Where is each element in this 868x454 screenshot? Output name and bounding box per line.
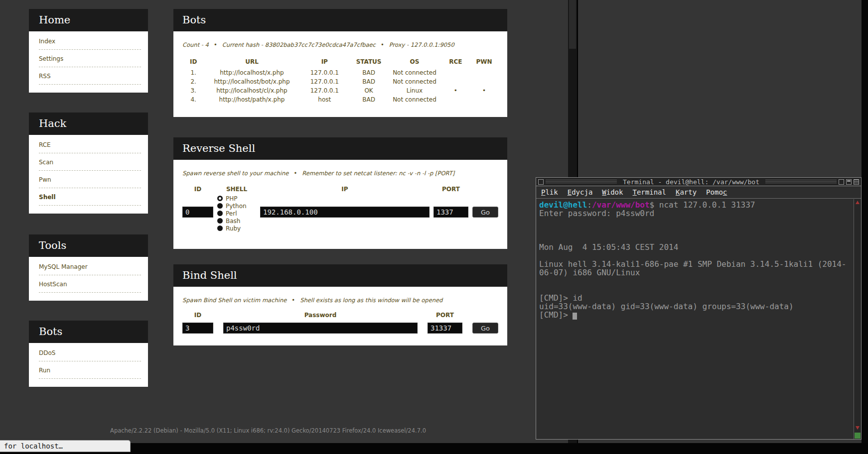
sidebar-item-ddos[interactable]: DDoS [39,344,141,361]
terminal-prompt-line: devil@hell:/var/www/bot$ ncat 127.0.0.1 … [539,201,851,209]
cell-url: http://localhost/x.php [204,68,299,77]
window-menu-button[interactable] [538,179,544,185]
cell-pwn [470,95,498,104]
scroll-down-arrow[interactable] [856,426,860,430]
sidebar-item-rce[interactable]: RCE [39,136,141,153]
terminal-line: uid=33(www-data) gid=33(www-data) groups… [539,302,851,311]
terminal-line: Mon Aug 4 15:05:43 CEST 2014 [539,243,851,251]
sidebar-item-shell[interactable]: Shell [39,188,141,206]
terminal-output: devil@hell:/var/www/bot$ ncat 127.0.0.1 … [536,199,853,439]
sidebar-item-settings[interactable]: Settings [39,50,141,67]
bind-shell-form: ID Password PORT Go [182,312,498,334]
reverse-id-input[interactable] [182,207,213,218]
radio-label-php: PHP [226,195,238,202]
radio-label-ruby: Ruby [226,225,241,232]
cell-os: Not connected [388,77,441,86]
bullet-separator: • [293,170,297,177]
titlebar-ridges [546,180,617,184]
menu-karty[interactable]: Karty [676,188,697,196]
table-row: 2. http://localhost/bot/x.php 127.0.0.1 … [182,77,498,86]
sidebar-item-rss[interactable]: RSS [39,67,141,85]
close-button[interactable] [854,179,859,185]
terminal-titlebar[interactable]: Terminal - devil@hell: /var/www/bot [536,178,861,186]
reverse-port-input[interactable] [434,207,468,218]
shell-type-radio-group: PHP Python Perl Bash Ruby [217,195,256,232]
bots-proxy: Proxy - 127.0.0.1:9050 [389,41,454,48]
radio-option-ruby[interactable]: Ruby [217,225,256,232]
bind-password-input[interactable] [223,323,418,334]
cell-pwn: • [470,86,498,95]
reverse-id-label: ID [182,186,213,194]
bind-shell-go-button[interactable]: Go [472,323,498,334]
table-row: 1. http://localhost/x.php 127.0.0.1 BAD … [182,68,498,77]
maximize-button[interactable] [846,179,852,185]
prompt-command: $ ncat 127.0.0.1 31337 [650,200,755,210]
bots-info-line: Count - 4•Current hash - 83802bab37cc7c7… [182,41,498,48]
bots-current-hash: Current hash - 83802bab37cc7c73e0cdca47a… [222,41,376,48]
bind-port-input[interactable] [428,323,462,334]
cell-os: Not connected [388,68,441,77]
menu-edycja[interactable]: Edycja [568,188,593,196]
bullet-separator: • [381,41,384,48]
sidebar-item-mysql-manager[interactable]: MySQL Manager [39,258,141,275]
reverse-ip-label: IP [260,186,430,194]
bind-shell-info-a: Spawn Bind Shell on victim machine [182,297,287,304]
sidebar-item-hostscan[interactable]: HostScan [39,275,141,293]
titlebar-ridges [765,180,837,184]
bind-password-label: Password [223,312,418,320]
terminal-line [539,234,851,243]
terminal-line: Linux hell 3.14-kali1-686-pae #1 SMP Deb… [539,260,851,277]
col-header-url: URL [204,56,299,68]
scroll-up-arrow[interactable] [856,201,860,204]
cell-rce [441,95,470,104]
terminal-window-title: Terminal - devil@hell: /var/www/bot [619,178,763,186]
cell-url: http://host/path/x.php [204,95,299,104]
sidebar-item-index[interactable]: Index [39,32,141,50]
resize-grip[interactable] [855,433,861,439]
terminal-line [539,218,851,226]
reverse-ip-input[interactable] [260,207,430,218]
sidebar-item-run[interactable]: Run [39,361,141,379]
radio-icon-perl [217,211,223,216]
reverse-shell-go-button[interactable]: Go [472,207,498,218]
table-row: 4. http://host/path/x.php host BAD Not c… [182,95,498,104]
browser-scrollbar-thumb[interactable] [569,0,576,49]
screen-edge-strip [862,0,868,443]
menu-plik[interactable]: Plik [541,188,558,196]
sidebar-home-title: Home [29,9,148,31]
bots-panel: Bots Count - 4•Current hash - 83802bab37… [173,9,507,117]
sidebar-item-scan[interactable]: Scan [39,153,141,171]
bind-shell-title: Bind Shell [173,264,507,287]
terminal-line [539,277,851,285]
radio-label-bash: Bash [226,218,240,225]
minimize-button[interactable] [839,179,844,185]
radio-option-php[interactable]: PHP [217,195,256,202]
radio-option-bash[interactable]: Bash [217,217,256,225]
cell-ip: 127.0.0.1 [299,68,350,77]
cell-url: http://localhost/bot/x.php [204,77,299,86]
radio-icon-python [217,203,223,209]
radio-option-python[interactable]: Python [217,202,256,210]
reverse-shell-title: Reverse Shell [173,137,507,160]
spacer [472,186,498,194]
bind-id-input[interactable] [182,323,213,334]
terminal-menubar: Plik Edycja Widok Terminal Karty Pomoc [536,186,861,199]
radio-option-perl[interactable]: Perl [217,210,256,217]
cell-rce [441,68,470,77]
cell-ip: host [299,95,350,104]
sidebar-hack-title: Hack [29,113,148,135]
terminal-scrollbar[interactable] [854,199,861,439]
menu-terminal[interactable]: Terminal [632,188,666,196]
cell-os: Linux [388,86,441,95]
cell-rce [441,77,470,86]
bots-count: Count - 4 [182,41,209,48]
sidebar-tools-body: MySQL Manager HostScan [29,257,148,301]
cell-pwn [470,68,498,77]
cell-status: OK [350,86,388,95]
sidebar-item-pwn[interactable]: Pwn [39,171,141,188]
menu-pomoc[interactable]: Pomoc [706,188,727,196]
reverse-shell-info-line: Spawn reverse shell to your machine•Reme… [182,170,498,177]
menu-widok[interactable]: Widok [602,188,623,196]
cell-id: 3. [182,86,204,95]
terminal-cursor [573,313,577,320]
